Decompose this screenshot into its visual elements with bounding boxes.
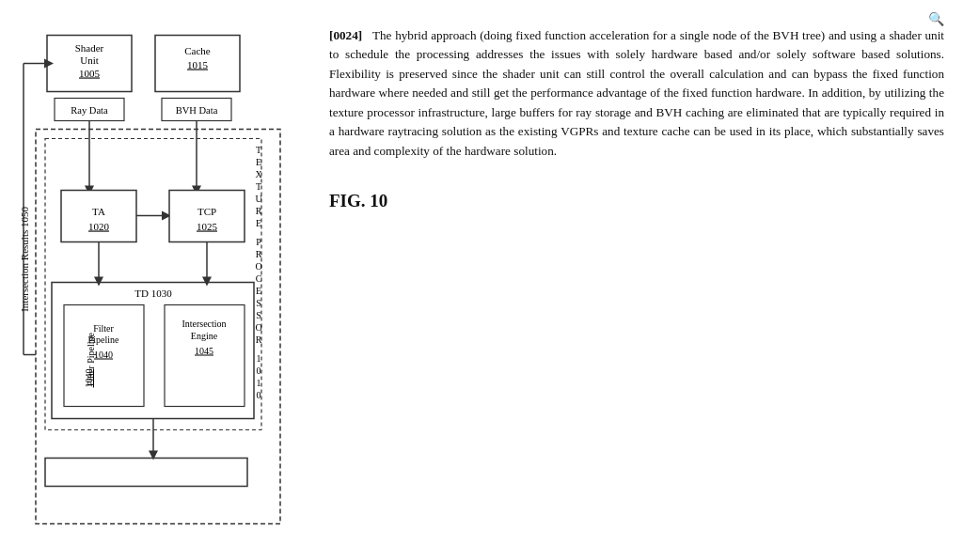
svg-text:E: E xyxy=(256,218,261,228)
svg-text:Ray Data: Ray Data xyxy=(71,105,108,116)
svg-text:O: O xyxy=(255,261,261,272)
svg-text:T: T xyxy=(256,145,261,155)
svg-text:O: O xyxy=(255,322,261,333)
svg-text:P: P xyxy=(256,237,261,247)
svg-text:R: R xyxy=(256,249,262,259)
svg-text:S: S xyxy=(256,298,261,308)
svg-text:Pipeline: Pipeline xyxy=(88,334,119,345)
fig-label: FIG. 10 xyxy=(329,187,944,214)
svg-text:R: R xyxy=(256,206,262,216)
svg-text:Filter: Filter xyxy=(93,323,114,334)
paragraph-number: [0024] xyxy=(329,28,362,42)
svg-text:BVH Data: BVH Data xyxy=(176,105,218,116)
svg-text:1015: 1015 xyxy=(187,59,209,70)
svg-text:TCP: TCP xyxy=(197,206,216,217)
svg-text:Engine: Engine xyxy=(191,331,218,341)
svg-text:1025: 1025 xyxy=(197,221,218,232)
paragraph-body: [0024] The hybrid approach (doing fixed … xyxy=(329,26,944,161)
svg-marker-26 xyxy=(94,277,103,287)
svg-text:1040: 1040 xyxy=(84,369,94,388)
svg-text:1: 1 xyxy=(257,353,261,364)
svg-text:E: E xyxy=(256,157,261,167)
page: 🔍 Intersection Results 1050 Shader Unit … xyxy=(0,0,963,560)
svg-text:0: 0 xyxy=(257,366,261,376)
svg-text:S: S xyxy=(256,310,261,320)
svg-text:1020: 1020 xyxy=(88,221,110,232)
paragraph-text: The hybrid approach (doing fixed functio… xyxy=(329,28,944,158)
svg-text:Unit: Unit xyxy=(80,54,99,66)
svg-text:C: C xyxy=(256,273,262,284)
intersection-results-label: Intersection Results 1050 xyxy=(19,207,30,312)
svg-text:0: 0 xyxy=(257,390,261,400)
svg-text:1005: 1005 xyxy=(79,68,101,79)
svg-text:U: U xyxy=(255,194,262,204)
text-area: [0024] The hybrid approach (doing fixed … xyxy=(329,19,944,541)
svg-text:1045: 1045 xyxy=(195,346,213,356)
svg-text:1: 1 xyxy=(257,378,261,388)
diagram-svg: Shader Unit 1005 Cache 1015 Ray Data BVH… xyxy=(19,28,296,550)
svg-text:Intersection: Intersection xyxy=(182,319,226,329)
svg-text:TA: TA xyxy=(92,206,105,217)
svg-text:T: T xyxy=(256,181,261,192)
svg-text:R: R xyxy=(256,334,262,345)
svg-text:E: E xyxy=(256,286,261,296)
svg-rect-67 xyxy=(45,459,247,487)
diagram-area: Intersection Results 1050 Shader Unit 10… xyxy=(19,19,310,541)
svg-text:TD 1030: TD 1030 xyxy=(134,288,172,299)
svg-text:X: X xyxy=(255,169,262,179)
svg-marker-28 xyxy=(202,277,212,287)
svg-text:1040: 1040 xyxy=(94,350,113,360)
svg-text:Shader: Shader xyxy=(75,42,104,54)
search-icon[interactable]: 🔍 xyxy=(928,11,944,27)
svg-text:Cache: Cache xyxy=(184,45,211,56)
